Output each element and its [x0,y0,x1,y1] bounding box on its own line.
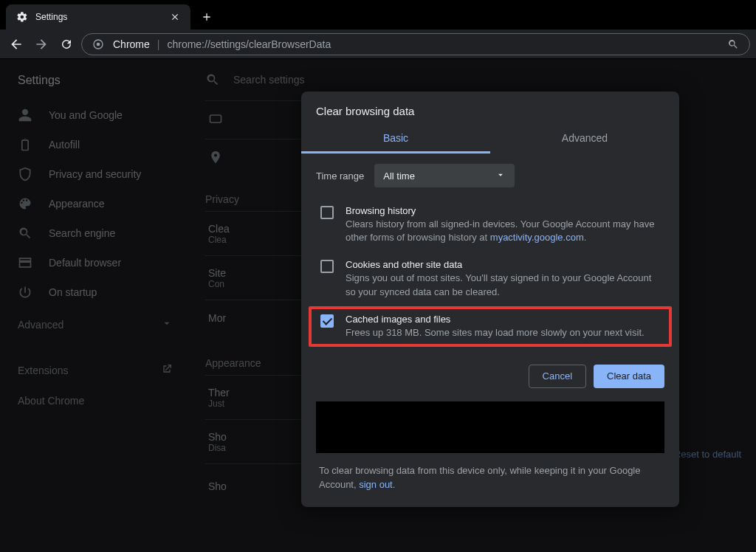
checkbox[interactable] [320,260,334,273]
sidebar-item-autofill[interactable]: Autofill [0,130,190,159]
url-text: chrome://settings/clearBrowserData [167,38,331,50]
close-tab-icon[interactable] [170,12,182,22]
redacted-area [316,401,664,453]
tab-strip: Settings [0,0,756,30]
sidebar-item-search-engine[interactable]: Search engine [0,218,190,248]
sidebar-item-you-and-google[interactable]: You and Google [0,100,190,130]
reset-to-default-link[interactable]: Reset to default [674,449,741,460]
checkbox[interactable] [320,206,334,219]
person-icon [18,108,32,123]
palette-icon [18,196,32,211]
option-cookies[interactable]: Cookies and other site data Signs you ou… [316,252,664,306]
cancel-button[interactable]: Cancel [529,365,586,388]
search-icon [205,72,220,87]
tab-title: Settings [35,12,164,22]
tab-basic[interactable]: Basic [301,125,490,153]
card-icon [208,111,223,128]
sidebar-item-privacy[interactable]: Privacy and security [0,159,190,189]
sidebar-advanced-toggle[interactable]: Advanced [0,307,190,342]
gear-icon [15,10,30,24]
chrome-icon [91,37,106,52]
back-button[interactable] [6,34,27,55]
sidebar-extensions[interactable]: Extensions [0,354,190,386]
search-settings-input[interactable]: Search settings [233,74,305,86]
power-icon [18,285,32,300]
option-description: Clears history from all signed-in device… [346,218,660,244]
page-content: Settings You and Google Autofill Privacy… [0,59,756,552]
forward-button[interactable] [31,34,52,55]
location-icon [208,150,223,167]
option-title: Browsing history [346,205,660,216]
browser-toolbar: Chrome | chrome://settings/clearBrowserD… [0,30,756,59]
search-icon[interactable] [726,37,740,52]
checkbox[interactable] [320,314,334,328]
chevron-down-icon [161,317,173,331]
clipboard-icon [18,137,32,152]
clear-browsing-data-dialog: Clear browsing data Basic Advanced Time … [301,92,679,507]
option-description: Frees up 318 MB. Some sites may load mor… [346,326,645,339]
option-browsing-history[interactable]: Browsing history Clears history from all… [316,198,664,252]
browser-icon [18,255,32,270]
browser-tab[interactable]: Settings [6,4,190,30]
svg-point-1 [97,42,100,46]
caret-down-icon [495,170,506,182]
settings-sidebar: Settings You and Google Autofill Privacy… [0,59,190,552]
sidebar-item-appearance[interactable]: Appearance [0,189,190,218]
sign-out-link[interactable]: sign out [359,479,393,490]
url-scheme: Chrome [113,38,150,50]
time-range-label: Time range [316,170,364,182]
myactivity-link[interactable]: myactivity.google.com [490,232,584,243]
sidebar-about-chrome[interactable]: About Chrome [0,386,190,415]
option-title: Cookies and other site data [346,259,660,270]
dialog-tabs: Basic Advanced [301,125,679,153]
sidebar-item-default-browser[interactable]: Default browser [0,248,190,277]
shield-icon [18,167,32,182]
reload-button[interactable] [56,34,77,55]
search-icon [18,226,32,241]
sidebar-item-on-startup[interactable]: On startup [0,277,190,307]
dialog-title: Clear browsing data [301,92,679,125]
option-title: Cached images and files [346,314,645,325]
dialog-footer-note: To clear browsing data from this device … [301,453,679,507]
open-external-icon [161,363,173,377]
option-description: Signs you out of most sites. You'll stay… [346,272,660,298]
svg-rect-2 [210,115,221,123]
time-range-select[interactable]: All time [374,164,515,187]
address-bar[interactable]: Chrome | chrome://settings/clearBrowserD… [81,33,750,55]
tab-advanced[interactable]: Advanced [490,125,679,153]
sidebar-heading: Settings [0,71,190,100]
clear-data-button[interactable]: Clear data [594,365,664,388]
option-cached-images[interactable]: Cached images and files Frees up 318 MB.… [309,306,672,347]
new-tab-button[interactable] [196,7,217,27]
